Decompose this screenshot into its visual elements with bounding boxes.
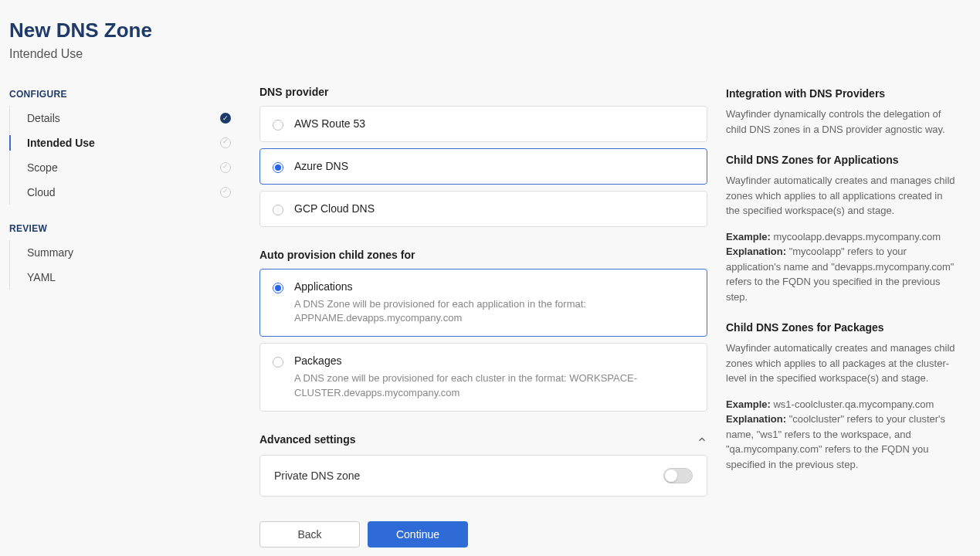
- sidebar-item-scope[interactable]: Scope: [10, 155, 241, 180]
- option-label: Azure DNS: [294, 160, 694, 172]
- autoprovision-label: Auto provision child zones for: [259, 249, 707, 261]
- page-subtitle: Intended Use: [9, 47, 971, 61]
- sidebar-item-yaml[interactable]: YAML: [10, 265, 241, 290]
- advanced-settings-label: Advanced settings: [259, 433, 355, 446]
- option-label: GCP Cloud DNS: [294, 202, 694, 215]
- wizard-sidebar: CONFIGURE Details ✓ Intended Use Scope C…: [9, 86, 241, 548]
- pending-circle-icon: [219, 137, 232, 149]
- back-button[interactable]: Back: [259, 521, 360, 548]
- pending-circle-icon: [219, 161, 232, 174]
- option-description: A DNS Zone will be provisioned for each …: [294, 297, 694, 325]
- sidebar-group-configure: CONFIGURE: [9, 89, 241, 100]
- private-dns-switch[interactable]: [663, 468, 693, 483]
- chevron-up-icon: [697, 434, 707, 445]
- sidebar-item-label: Intended Use: [27, 137, 95, 149]
- provider-option-gcp[interactable]: GCP Cloud DNS: [259, 191, 707, 227]
- radio-icon: [273, 283, 283, 293]
- sidebar-item-label: Scope: [27, 161, 58, 174]
- help-heading: Integration with DNS Providers: [726, 86, 958, 102]
- help-example: Example: mycoolapp.devapps.mycompany.com…: [726, 229, 958, 305]
- radio-icon: [273, 357, 283, 368]
- dns-provider-label: DNS provider: [259, 86, 707, 98]
- autoprovision-option-applications[interactable]: Applications A DNS Zone will be provisio…: [259, 269, 707, 337]
- sidebar-item-label: YAML: [27, 271, 56, 283]
- provider-option-aws[interactable]: AWS Route 53: [259, 106, 707, 142]
- private-dns-label: Private DNS zone: [274, 470, 360, 482]
- help-heading: Child DNS Zones for Packages: [726, 320, 958, 336]
- help-text: Wayfinder dynamically controls the deleg…: [726, 107, 958, 137]
- sidebar-item-intended-use[interactable]: Intended Use: [10, 131, 241, 155]
- provider-option-azure[interactable]: Azure DNS: [259, 148, 707, 185]
- check-circle-icon: ✓: [219, 112, 232, 124]
- continue-button[interactable]: Continue: [368, 521, 468, 548]
- sidebar-item-label: Details: [27, 112, 60, 124]
- radio-icon: [273, 205, 283, 215]
- option-label: AWS Route 53: [294, 117, 694, 130]
- radio-icon: [273, 162, 283, 173]
- advanced-settings-toggle[interactable]: Advanced settings: [259, 433, 707, 446]
- help-panel: Integration with DNS Providers Wayfinder…: [726, 86, 958, 548]
- sidebar-item-label: Cloud: [27, 186, 56, 198]
- radio-icon: [273, 120, 283, 131]
- pending-circle-icon: [219, 186, 232, 198]
- autoprovision-group: Applications A DNS Zone will be provisio…: [259, 269, 707, 412]
- page-title: New DNS Zone: [9, 19, 971, 42]
- help-text: Wayfinder automatically creates and mana…: [726, 341, 958, 386]
- sidebar-item-label: Summary: [27, 246, 73, 259]
- help-example: Example: ws1-coolcluster.qa.mycompany.co…: [726, 397, 958, 473]
- autoprovision-option-packages[interactable]: Packages A DNS zone will be provisioned …: [259, 343, 707, 411]
- sidebar-item-summary[interactable]: Summary: [10, 240, 241, 265]
- option-label: Packages: [294, 354, 694, 367]
- option-description: A DNS zone will be provisioned for each …: [294, 371, 694, 399]
- private-dns-panel: Private DNS zone: [259, 455, 707, 497]
- sidebar-item-cloud[interactable]: Cloud: [10, 180, 241, 205]
- sidebar-group-review: REVIEW: [9, 223, 241, 234]
- dns-provider-group: AWS Route 53 Azure DNS GCP Cloud DNS: [259, 106, 707, 227]
- help-text: Wayfinder automatically creates and mana…: [726, 173, 958, 219]
- form-main: DNS provider AWS Route 53 Azure DNS GCP …: [259, 86, 707, 548]
- sidebar-item-details[interactable]: Details ✓: [10, 106, 241, 131]
- help-heading: Child DNS Zones for Applications: [726, 152, 958, 168]
- option-label: Applications: [294, 280, 694, 293]
